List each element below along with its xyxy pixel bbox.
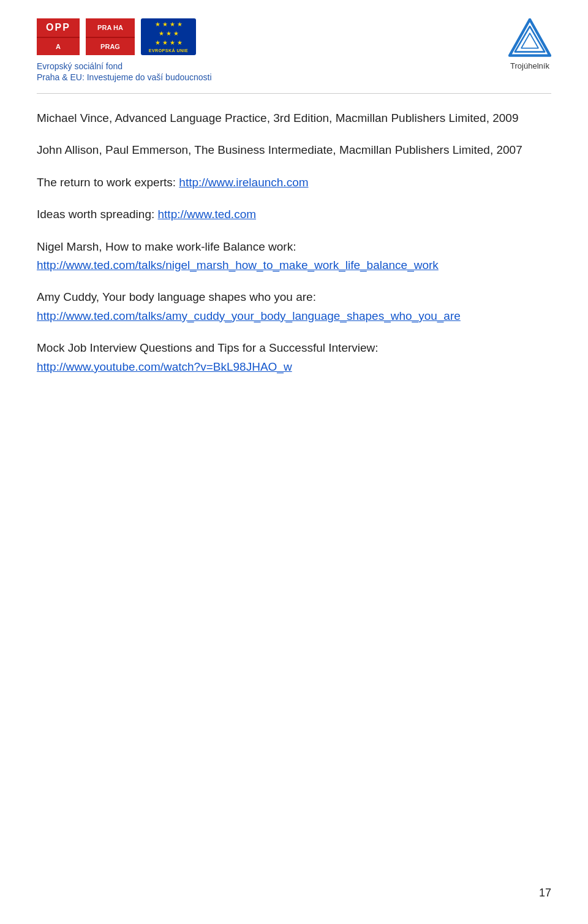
eu-star: ★: [170, 39, 175, 46]
reference-5-label: Nigel Marsh, How to make work-life Balan…: [37, 240, 296, 253]
oppa-logo: OPP A: [37, 18, 80, 55]
reference-2: John Allison, Paul Emmerson, The Busines…: [37, 141, 551, 159]
prague-bottom: PRAG: [86, 37, 135, 55]
eu-star: ★: [159, 30, 164, 37]
reference-4: Ideas worth spreading: http://www.ted.co…: [37, 205, 551, 224]
reference-4-label: Ideas worth spreading:: [37, 208, 154, 221]
reference-3-label: The return to work experts:: [37, 176, 176, 189]
page-container: OPP A PRA HA PRAG ★ ★ ★ ★: [0, 0, 588, 924]
reference-2-text: John Allison, Paul Emmerson, The Busines…: [37, 143, 522, 156]
reference-5: Nigel Marsh, How to make work-life Balan…: [37, 238, 551, 275]
youtube-link[interactable]: http://www.youtube.com/watch?v=BkL98JHAO…: [37, 360, 292, 373]
reference-7-label: Mock Job Interview Questions and Tips fo…: [37, 341, 379, 354]
page-number: 17: [539, 887, 551, 899]
trojuhelnik-logo: Trojúhelník: [508, 18, 551, 70]
eu-star: ★: [162, 21, 168, 28]
nigel-marsh-link[interactable]: http://www.ted.com/talks/nigel_marsh_how…: [37, 259, 439, 271]
eu-stars: ★ ★ ★ ★: [155, 21, 183, 28]
eu-star: ★: [177, 39, 183, 46]
eu-logo: ★ ★ ★ ★ ★ ★ ★ ★ ★ ★ ★: [141, 18, 196, 55]
eu-label: EVROPSKÁ UNIE: [149, 48, 188, 53]
reference-1-text: Michael Vince, Advanced Language Practic…: [37, 112, 519, 124]
oppa-bottom: A: [37, 37, 80, 55]
oppa-top: OPP: [37, 18, 80, 37]
eu-star: ★: [177, 21, 183, 28]
subtitle-line2: Praha & EU: Investujeme do vaší budoucno…: [37, 72, 212, 82]
subtitle-block: Evropský sociální fond Praha & EU: Inves…: [37, 61, 212, 82]
prague-top: PRA HA: [86, 18, 135, 37]
eu-star: ★: [170, 21, 175, 28]
eu-star: ★: [155, 21, 160, 28]
subtitle-line1: Evropský sociální fond: [37, 61, 212, 71]
eu-star: ★: [166, 30, 172, 37]
ted-link[interactable]: http://www.ted.com: [158, 208, 257, 221]
logos-row: OPP A PRA HA PRAG ★ ★ ★ ★: [37, 18, 212, 55]
eu-star: ★: [162, 39, 168, 46]
header: OPP A PRA HA PRAG ★ ★ ★ ★: [37, 18, 551, 82]
reference-1: Michael Vince, Advanced Language Practic…: [37, 109, 551, 127]
reference-6: Amy Cuddy, Your body language shapes who…: [37, 288, 551, 325]
main-content: Michael Vince, Advanced Language Practic…: [37, 109, 551, 376]
trojuhelnik-label: Trojúhelník: [510, 61, 549, 70]
header-left: OPP A PRA HA PRAG ★ ★ ★ ★: [37, 18, 212, 82]
reference-3: The return to work experts: http://www.i…: [37, 173, 551, 192]
reference-7: Mock Job Interview Questions and Tips fo…: [37, 339, 551, 376]
eu-stars-row2: ★ ★ ★: [159, 30, 179, 37]
amy-cuddy-link[interactable]: http://www.ted.com/talks/amy_cuddy_your_…: [37, 309, 461, 322]
prague-logo: PRA HA PRAG: [86, 18, 135, 55]
reference-6-label: Amy Cuddy, Your body language shapes who…: [37, 290, 316, 303]
trojuhelnik-icon: [508, 18, 551, 58]
eu-stars-row3: ★ ★ ★ ★: [155, 39, 183, 46]
eu-star: ★: [173, 30, 179, 37]
eu-star: ★: [155, 39, 160, 46]
irelaunch-link[interactable]: http://www.irelaunch.com: [179, 176, 308, 189]
header-divider: [37, 93, 551, 94]
